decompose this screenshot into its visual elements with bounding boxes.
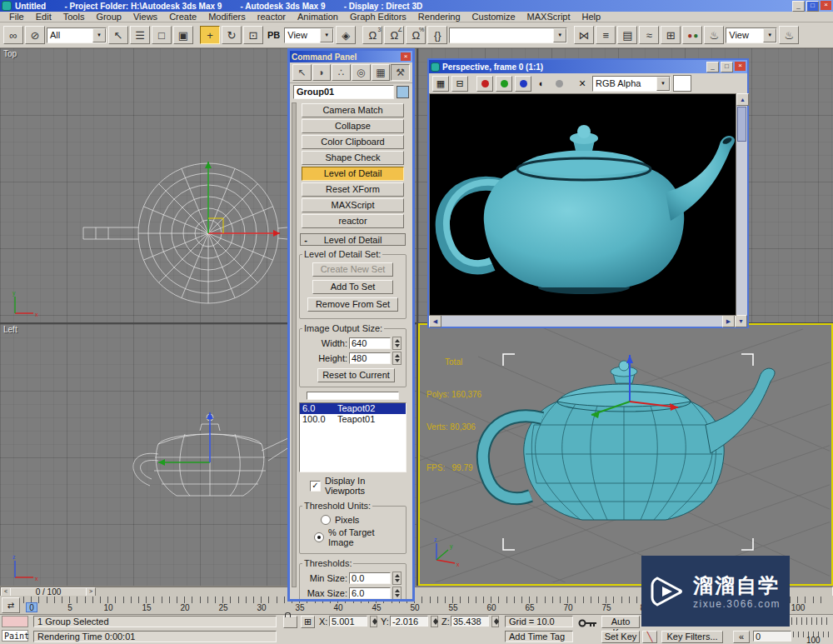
- snaps-toggle-icon[interactable]: Ω3: [362, 26, 382, 44]
- scroll-up-icon[interactable]: ▲: [736, 93, 749, 106]
- maximize-button[interactable]: □: [806, 1, 819, 12]
- dropdown-arrow-icon[interactable]: ▼: [320, 28, 333, 42]
- macro-recorder-pane[interactable]: [2, 616, 28, 627]
- width-field[interactable]: 640: [349, 337, 391, 349]
- utility-camera-match[interactable]: Camera Match: [302, 103, 404, 117]
- z-spinner[interactable]: [491, 616, 499, 627]
- create-new-set-button[interactable]: Create New Set: [312, 262, 393, 277]
- schematic-view-icon[interactable]: ⊞: [661, 26, 681, 44]
- max-size-field[interactable]: 6.0: [349, 587, 391, 599]
- width-spinner[interactable]: [392, 337, 402, 350]
- max-size-spinner[interactable]: [392, 587, 402, 599]
- tab-modify[interactable]: ◗: [312, 64, 332, 81]
- select-and-link-icon[interactable]: ∞: [3, 26, 23, 44]
- clone-window-icon[interactable]: ⊟: [451, 76, 468, 92]
- select-and-scale-icon[interactable]: ⊡: [243, 26, 263, 44]
- utility-reactor[interactable]: reactor: [302, 214, 404, 228]
- select-and-move-icon[interactable]: +: [200, 26, 220, 44]
- dropdown-arrow-icon[interactable]: ▼: [763, 28, 776, 42]
- unlink-selection-icon[interactable]: ⊘: [25, 26, 45, 44]
- auto-key-button[interactable]: Auto Key: [601, 616, 640, 628]
- channel-display-dropdown[interactable]: RGB Alpha ▼: [592, 76, 671, 92]
- title-bar[interactable]: Untitled - Project Folder: H:\Autodesk 3…: [0, 0, 833, 12]
- absolute-mode-icon[interactable]: ⊞: [301, 616, 315, 628]
- z-coordinate-field[interactable]: 35.438: [451, 616, 489, 627]
- menu-tools[interactable]: Tools: [57, 12, 91, 22]
- render-setup-icon[interactable]: ♨: [704, 26, 724, 44]
- save-image-icon[interactable]: ▦: [432, 76, 449, 92]
- utility-level-of-detail[interactable]: Level of Detail: [302, 167, 404, 181]
- percent-snap-icon[interactable]: Ω%: [406, 26, 426, 44]
- lod-rollout-header[interactable]: - Level of Detail: [300, 233, 406, 246]
- blue-channel-icon[interactable]: [515, 76, 531, 92]
- reference-coordinate-dropdown[interactable]: View ▼: [284, 27, 334, 43]
- menu-create[interactable]: Create: [163, 12, 202, 22]
- tab-create[interactable]: ↖: [292, 64, 312, 81]
- group-name-field[interactable]: Group01: [293, 85, 394, 99]
- tab-motion[interactable]: ◎: [352, 64, 371, 81]
- layer-manager-icon[interactable]: ▤: [617, 26, 637, 44]
- menu-views[interactable]: Views: [127, 12, 163, 22]
- utility-reset-xform[interactable]: Reset XForm: [302, 182, 404, 197]
- tab-hierarchy[interactable]: ∴: [332, 64, 351, 81]
- set-keys-icon[interactable]: ╲: [642, 631, 657, 643]
- lod-list-item-teapot01[interactable]: 100.0Teapot01: [300, 414, 406, 425]
- x-coordinate-field[interactable]: 5.001: [329, 616, 367, 627]
- tab-display[interactable]: ▦: [372, 64, 391, 81]
- named-selection-sets-icon[interactable]: {}: [427, 26, 447, 44]
- min-size-field[interactable]: 0.0: [349, 572, 391, 584]
- menu-customize[interactable]: Customize: [466, 12, 521, 22]
- utility-color-clipboard[interactable]: Color Clipboard: [302, 135, 404, 149]
- select-and-manipulate-icon[interactable]: ◈: [336, 26, 356, 44]
- color-swatch[interactable]: [673, 75, 691, 92]
- perspective-viewport[interactable]: x z y Total Polys: 160,376 Verts: 80,306…: [418, 323, 833, 586]
- minimize-button[interactable]: _: [792, 1, 805, 12]
- select-and-rotate-icon[interactable]: ↻: [222, 26, 242, 44]
- scroll-thumb[interactable]: [737, 107, 746, 142]
- menu-maxscript[interactable]: MAXScript: [521, 12, 576, 22]
- pixels-radio[interactable]: [321, 515, 331, 525]
- tab-utilities[interactable]: ⚒: [391, 64, 410, 81]
- display-in-viewports-checkbox[interactable]: ✓: [310, 481, 321, 492]
- menu-graph-editors[interactable]: Graph Editors: [344, 12, 412, 22]
- reset-to-current-button[interactable]: Reset to Current: [317, 368, 395, 382]
- select-object-icon[interactable]: ↖: [108, 26, 128, 44]
- menu-edit[interactable]: Edit: [30, 12, 57, 22]
- material-editor-icon[interactable]: ●: [682, 26, 702, 44]
- lod-list-item-teapot02[interactable]: 6.0Teapot02: [300, 403, 406, 414]
- mirror-icon[interactable]: ⋈: [574, 26, 594, 44]
- red-channel-icon[interactable]: [476, 76, 493, 92]
- monochrome-icon[interactable]: ◐: [534, 77, 549, 91]
- menu-help[interactable]: Help: [576, 12, 607, 22]
- render-minimize-button[interactable]: _: [706, 62, 719, 72]
- clear-image-icon[interactable]: ×: [575, 77, 590, 91]
- selection-lock-icon[interactable]: [283, 616, 297, 628]
- quick-render-icon[interactable]: ♨: [779, 26, 799, 44]
- dropdown-arrow-icon[interactable]: ▼: [553, 28, 566, 42]
- dropdown-arrow-icon[interactable]: ▼: [656, 77, 670, 91]
- x-spinner[interactable]: [370, 616, 377, 627]
- height-field[interactable]: 480: [349, 352, 391, 364]
- y-spinner[interactable]: [431, 616, 438, 627]
- lod-set-name-field[interactable]: [307, 392, 399, 400]
- height-spinner[interactable]: [392, 352, 402, 365]
- rectangular-selection-region-icon[interactable]: □: [152, 26, 172, 44]
- panel-scrollbar[interactable]: [292, 102, 297, 587]
- y-coordinate-field[interactable]: -2.016: [390, 616, 428, 627]
- angle-snap-icon[interactable]: Ω∠: [384, 26, 404, 44]
- utility-shape-check[interactable]: Shape Check: [302, 151, 404, 165]
- green-channel-icon[interactable]: [496, 76, 512, 92]
- menu-modifiers[interactable]: Modifiers: [202, 12, 252, 22]
- add-time-tag-field[interactable]: Add Time Tag: [505, 631, 573, 642]
- utility-maxscript[interactable]: MAXScript: [302, 198, 404, 212]
- command-panel-titlebar[interactable]: Command Panel ×: [290, 51, 412, 62]
- menu-rendering[interactable]: Rendering: [412, 12, 466, 22]
- named-selection-dropdown[interactable]: ▼: [449, 27, 567, 43]
- window-crossing-icon[interactable]: ▣: [173, 26, 193, 44]
- render-close-button[interactable]: ×: [735, 62, 746, 71]
- key-filters-button[interactable]: Key Filters...: [661, 631, 723, 643]
- scroll-left-icon[interactable]: ◀: [429, 315, 441, 327]
- render-view-dropdown[interactable]: View ▼: [726, 27, 777, 43]
- add-to-set-button[interactable]: Add To Set: [312, 280, 393, 294]
- curve-editor-icon[interactable]: ≈: [639, 26, 659, 44]
